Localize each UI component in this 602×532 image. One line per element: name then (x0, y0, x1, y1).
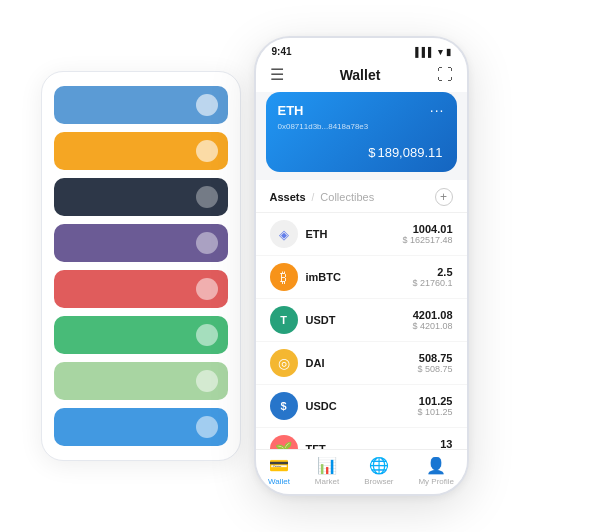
asset-name: USDT (306, 314, 413, 326)
eth-card-menu[interactable]: ··· (430, 102, 445, 118)
asset-icon: 🌱 (270, 435, 298, 449)
asset-values: 508.75$ 508.75 (417, 352, 452, 374)
back-panel-row (54, 132, 228, 170)
back-panel-row (54, 178, 228, 216)
back-panel-row (54, 362, 228, 400)
nav-market[interactable]: 📊 Market (315, 456, 339, 486)
asset-name: USDC (306, 400, 418, 412)
asset-usd: $ 101.25 (417, 407, 452, 417)
expand-icon[interactable]: ⛶ (437, 66, 453, 84)
asset-name: DAI (306, 357, 418, 369)
asset-row[interactable]: ◈ETH1004.01$ 162517.48 (256, 213, 467, 256)
row-dot (196, 186, 218, 208)
back-panel (41, 71, 241, 461)
add-asset-button[interactable]: + (435, 188, 453, 206)
page-title: Wallet (340, 67, 381, 83)
status-bar: 9:41 ▌▌▌ ▾ ▮ (256, 38, 467, 61)
eth-ticker: ETH (278, 103, 304, 118)
assets-tabs: Assets / Collectibes (270, 191, 375, 203)
eth-card-top: ETH ··· (278, 102, 445, 118)
profile-nav-icon: 👤 (426, 456, 446, 475)
phone: 9:41 ▌▌▌ ▾ ▮ ☰ Wallet ⛶ ETH ··· 0x08711d… (254, 36, 469, 496)
asset-amount: 2.5 (412, 266, 452, 278)
asset-icon: ◈ (270, 220, 298, 248)
row-dot (196, 416, 218, 438)
asset-usd: $ 21760.1 (412, 278, 452, 288)
back-panel-row (54, 408, 228, 446)
status-icons: ▌▌▌ ▾ ▮ (415, 47, 450, 57)
eth-amount: $189,089.11 (278, 139, 445, 162)
row-dot (196, 370, 218, 392)
asset-row[interactable]: ◎DAI508.75$ 508.75 (256, 342, 467, 385)
tab-collectibles[interactable]: Collectibes (320, 191, 374, 203)
nav-browser[interactable]: 🌐 Browser (364, 456, 393, 486)
tab-divider: / (312, 192, 315, 203)
asset-values: 1004.01$ 162517.48 (402, 223, 452, 245)
status-time: 9:41 (272, 46, 292, 57)
asset-amount: 13 (440, 438, 452, 449)
asset-row[interactable]: ₿imBTC2.5$ 21760.1 (256, 256, 467, 299)
signal-icon: ▌▌▌ (415, 47, 434, 57)
tab-assets[interactable]: Assets (270, 191, 306, 203)
row-dot (196, 232, 218, 254)
assets-section: Assets / Collectibes + ◈ETH1004.01$ 1625… (256, 180, 467, 449)
bottom-nav: 💳 Wallet 📊 Market 🌐 Browser 👤 My Profile (256, 449, 467, 494)
asset-name: imBTC (306, 271, 413, 283)
eth-address: 0x08711d3b...8418a78e3 (278, 122, 445, 131)
app-header: ☰ Wallet ⛶ (256, 61, 467, 92)
row-dot (196, 94, 218, 116)
row-dot (196, 140, 218, 162)
wallet-nav-label: Wallet (268, 477, 290, 486)
market-nav-label: Market (315, 477, 339, 486)
browser-nav-icon: 🌐 (369, 456, 389, 475)
asset-amount: 4201.08 (412, 309, 452, 321)
row-dot (196, 278, 218, 300)
asset-amount: 101.25 (417, 395, 452, 407)
battery-icon: ▮ (446, 47, 451, 57)
eth-card: ETH ··· 0x08711d3b...8418a78e3 $189,089.… (266, 92, 457, 172)
asset-values: 101.25$ 101.25 (417, 395, 452, 417)
asset-values: 130 (440, 438, 452, 449)
asset-row[interactable]: $USDC101.25$ 101.25 (256, 385, 467, 428)
back-panel-row (54, 316, 228, 354)
wifi-icon: ▾ (438, 47, 443, 57)
browser-nav-label: Browser (364, 477, 393, 486)
asset-icon: $ (270, 392, 298, 420)
asset-usd: $ 4201.08 (412, 321, 452, 331)
scene: 9:41 ▌▌▌ ▾ ▮ ☰ Wallet ⛶ ETH ··· 0x08711d… (11, 11, 591, 521)
asset-values: 2.5$ 21760.1 (412, 266, 452, 288)
assets-header: Assets / Collectibes + (256, 180, 467, 213)
asset-amount: 1004.01 (402, 223, 452, 235)
asset-row[interactable]: TUSDT4201.08$ 4201.08 (256, 299, 467, 342)
asset-row[interactable]: 🌱TFT130 (256, 428, 467, 449)
asset-usd: $ 508.75 (417, 364, 452, 374)
asset-name: ETH (306, 228, 403, 240)
asset-icon: ₿ (270, 263, 298, 291)
asset-icon: T (270, 306, 298, 334)
back-panel-row (54, 86, 228, 124)
row-dot (196, 324, 218, 346)
wallet-nav-icon: 💳 (269, 456, 289, 475)
market-nav-icon: 📊 (317, 456, 337, 475)
profile-nav-label: My Profile (418, 477, 454, 486)
nav-profile[interactable]: 👤 My Profile (418, 456, 454, 486)
asset-icon: ◎ (270, 349, 298, 377)
menu-icon[interactable]: ☰ (270, 65, 284, 84)
back-panel-row (54, 270, 228, 308)
nav-wallet[interactable]: 💳 Wallet (268, 456, 290, 486)
asset-values: 4201.08$ 4201.08 (412, 309, 452, 331)
back-panel-row (54, 224, 228, 262)
asset-list: ◈ETH1004.01$ 162517.48₿imBTC2.5$ 21760.1… (256, 213, 467, 449)
asset-amount: 508.75 (417, 352, 452, 364)
asset-usd: $ 162517.48 (402, 235, 452, 245)
currency-symbol: $ (368, 145, 375, 160)
